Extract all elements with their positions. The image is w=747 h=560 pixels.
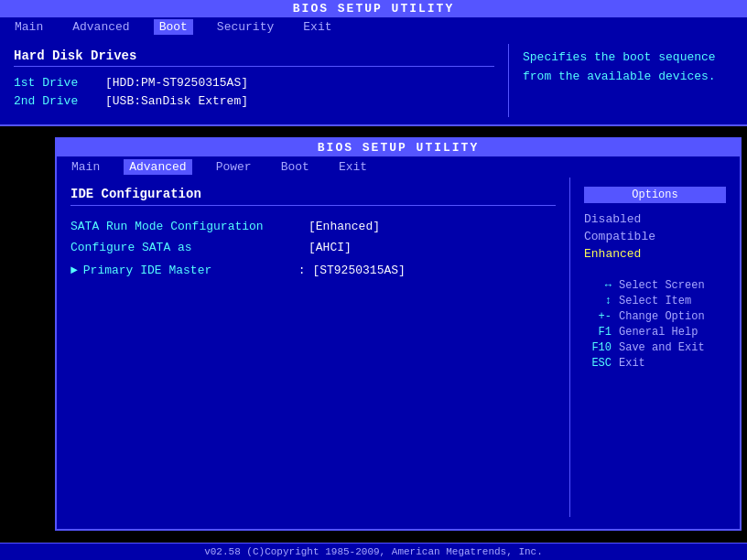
option-disabled: Disabled — [584, 212, 726, 226]
menu-boot[interactable]: Boot — [276, 159, 315, 175]
key-row-screen: ↔ Select Screen — [584, 279, 726, 292]
bios-top-content: Hard Disk Drives 1st Drive [HDD:PM-ST925… — [0, 37, 747, 124]
key-row-option: +- Change Option — [584, 310, 726, 323]
bios-top-left-panel: Hard Disk Drives 1st Drive [HDD:PM-ST925… — [0, 44, 509, 117]
bios-top-menu: Main Advanced Boot Security Exit — [0, 17, 747, 37]
key-row-help: F1 General Help — [584, 326, 726, 339]
status-bar: v02.58 (C)Copyright 1985-2009, American … — [0, 543, 747, 560]
key-change-option-desc: Change Option — [619, 310, 705, 323]
config-row-sata-as[interactable]: Configure SATA as [AHCI] — [70, 241, 556, 254]
key-change-option: +- — [584, 310, 612, 323]
sata-mode-value: [Enhanced] — [309, 220, 380, 233]
sata-mode-label: SATA Run Mode Configuration — [70, 220, 309, 233]
bios-bottom-menu: Main Advanced Power Boot Exit — [57, 156, 740, 178]
primary-ide-master-row[interactable]: ► Primary IDE Master : [ST9250315AS] — [70, 264, 556, 277]
config-row-sata-mode[interactable]: SATA Run Mode Configuration [Enhanced] — [70, 220, 556, 233]
bios-bottom-window: BIOS SETUP UTILITY Main Advanced Power B… — [55, 137, 742, 531]
bios-bottom-title: BIOS SETUP UTILITY — [57, 139, 740, 156]
bios-bottom-content: IDE Configuration SATA Run Mode Configur… — [57, 178, 740, 517]
key-esc: ESC — [584, 357, 612, 370]
key-select-screen: ↔ — [584, 279, 612, 292]
key-row-esc: ESC Exit — [584, 357, 726, 370]
hdd-section-title: Hard Disk Drives — [14, 48, 494, 67]
key-general-help: F1 — [584, 326, 612, 339]
menu-power[interactable]: Power — [211, 159, 257, 175]
key-row-save: F10 Save and Exit — [584, 341, 726, 354]
top-menu-security[interactable]: Security — [211, 19, 279, 35]
bios-bottom-left-panel: IDE Configuration SATA Run Mode Configur… — [57, 178, 570, 517]
option-enhanced: Enhanced — [584, 247, 726, 261]
sata-as-label: Configure SATA as — [70, 241, 309, 254]
drive-1st-value: [HDD:PM-ST9250315AS] — [105, 76, 248, 90]
ide-config-title: IDE Configuration — [70, 187, 556, 206]
key-select-item-desc: Select Item — [619, 295, 691, 307]
key-select-item: ↕ — [584, 295, 612, 307]
key-general-help-desc: General Help — [619, 326, 698, 339]
option-compatible: Compatible — [584, 230, 726, 243]
menu-exit[interactable]: Exit — [333, 159, 373, 175]
key-select-screen-desc: Select Screen — [619, 279, 705, 292]
primary-ide-label: Primary IDE Master — [83, 264, 298, 277]
bios-bottom-right-panel: Options Disabled Compatible Enhanced ↔ S… — [570, 178, 740, 517]
bios-top-title: BIOS SETUP UTILITY — [0, 0, 747, 17]
drive-2nd-value: [USB:SanDisk Extrem] — [105, 94, 248, 108]
drive-row-2nd[interactable]: 2nd Drive [USB:SanDisk Extrem] — [14, 94, 494, 108]
sata-as-value: [AHCI] — [309, 241, 352, 254]
key-row-item: ↕ Select Item — [584, 295, 726, 307]
key-save-exit: F10 — [584, 341, 612, 354]
drive-row-1st[interactable]: 1st Drive [HDD:PM-ST9250315AS] — [14, 76, 494, 90]
key-help-section: ↔ Select Screen ↕ Select Item +- Change … — [584, 279, 726, 370]
menu-main[interactable]: Main — [66, 159, 105, 175]
drive-1st-label: 1st Drive — [14, 76, 105, 90]
menu-advanced[interactable]: Advanced — [124, 159, 191, 175]
drive-2nd-label: 2nd Drive — [14, 94, 105, 108]
key-save-exit-desc: Save and Exit — [619, 341, 705, 354]
key-esc-desc: Exit — [619, 357, 645, 370]
top-menu-exit[interactable]: Exit — [298, 19, 337, 35]
bios-top-window: BIOS SETUP UTILITY Main Advanced Boot Se… — [0, 0, 747, 126]
primary-ide-value: : [ST9250315AS] — [298, 264, 406, 277]
submenu-arrow-icon: ► — [70, 264, 78, 277]
top-menu-boot[interactable]: Boot — [154, 19, 193, 35]
top-menu-advanced[interactable]: Advanced — [67, 19, 135, 35]
options-title: Options — [584, 187, 726, 203]
bios-top-help-panel: Specifies the boot sequence from the ava… — [509, 44, 747, 117]
top-menu-main[interactable]: Main — [9, 19, 49, 35]
